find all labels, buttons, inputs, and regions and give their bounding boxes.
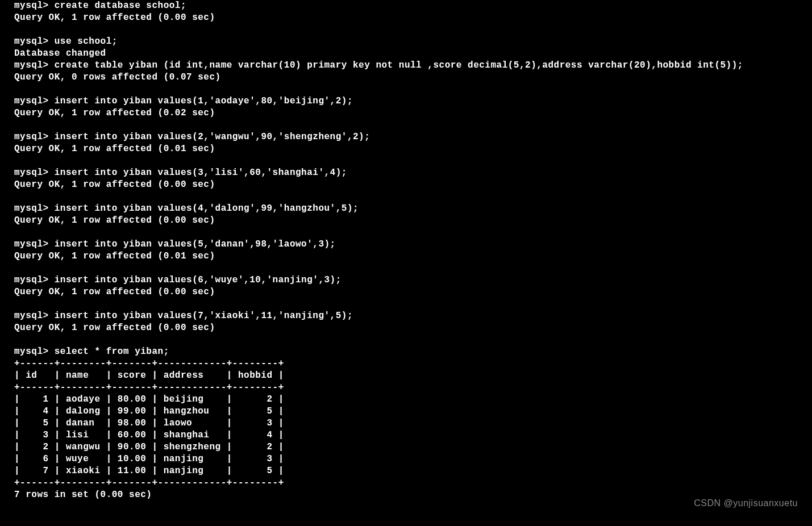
- command-text: insert into yiban values(2,'wangwu',90,'…: [55, 132, 370, 142]
- prompt: mysql>: [14, 132, 49, 142]
- result-line: Query OK, 1 row affected (0.00 sec): [14, 286, 798, 298]
- blank-line: [14, 119, 798, 131]
- prompt: mysql>: [14, 1, 49, 11]
- blank-line: [14, 227, 798, 239]
- result-line: Query OK, 1 row affected (0.00 sec): [14, 215, 798, 227]
- blank-line: [14, 298, 798, 310]
- table-row: | 2 | wangwu | 90.00 | shengzheng | 2 |: [14, 441, 798, 453]
- command-line: mysql> select * from yiban;: [14, 346, 798, 358]
- command-text: insert into yiban values(5,'danan',98,'l…: [55, 239, 336, 249]
- command-text: create database school;: [55, 1, 186, 11]
- table-footer: 7 rows in set (0.00 sec): [14, 489, 798, 501]
- prompt: mysql>: [14, 168, 49, 178]
- table-row: | 7 | xiaoki | 11.00 | nanjing | 5 |: [14, 465, 798, 477]
- command-text: insert into yiban values(4,'dalong',99,'…: [55, 203, 359, 214]
- table-row: | 1 | aodaye | 80.00 | beijing | 2 |: [14, 394, 798, 406]
- blank-line: [14, 84, 798, 95]
- command-line: mysql> insert into yiban values(1,'aoday…: [14, 95, 798, 107]
- table-separator: +------+--------+-------+------------+--…: [14, 382, 798, 394]
- command-text: insert into yiban values(6,'wuye',10,'na…: [55, 275, 342, 285]
- blank-line: [14, 155, 798, 167]
- command-line: mysql> insert into yiban values(4,'dalon…: [14, 203, 798, 215]
- command-text: insert into yiban values(7,'xiaoki',11,'…: [55, 311, 353, 321]
- command-line: mysql> create table yiban (id int,name v…: [14, 60, 798, 72]
- prompt: mysql>: [14, 96, 49, 106]
- blank-line: [14, 334, 798, 346]
- prompt: mysql>: [14, 203, 49, 214]
- command-text: insert into yiban values(3,'lisi',60,'sh…: [55, 168, 347, 178]
- command-text: create table yiban (id int,name varchar(…: [55, 60, 743, 70]
- prompt: mysql>: [14, 36, 49, 47]
- result-line: Query OK, 1 row affected (0.00 sec): [14, 322, 798, 334]
- prompt: mysql>: [14, 311, 49, 321]
- command-line: mysql> insert into yiban values(6,'wuye'…: [14, 274, 798, 286]
- command-line: mysql> create database school;: [14, 0, 798, 12]
- table-row: | 6 | wuye | 10.00 | nanjing | 3 |: [14, 453, 798, 465]
- command-line: mysql> insert into yiban values(5,'danan…: [14, 239, 798, 251]
- table-row: | 4 | dalong | 99.00 | hangzhou | 5 |: [14, 406, 798, 418]
- command-text: insert into yiban values(1,'aodaye',80,'…: [55, 96, 353, 106]
- result-line: Query OK, 1 row affected (0.01 sec): [14, 143, 798, 155]
- result-line: Database changed: [14, 48, 798, 60]
- result-line: Query OK, 0 rows affected (0.07 sec): [14, 72, 798, 84]
- table-separator: +------+--------+-------+------------+--…: [14, 358, 798, 370]
- prompt: mysql>: [14, 275, 49, 285]
- command-text: select * from yiban;: [55, 347, 169, 357]
- blank-line: [14, 191, 798, 203]
- table-row: | 3 | lisi | 60.00 | shanghai | 4 |: [14, 429, 798, 441]
- result-line: Query OK, 1 row affected (0.00 sec): [14, 179, 798, 191]
- command-line: mysql> insert into yiban values(3,'lisi'…: [14, 167, 798, 179]
- watermark: CSDN @yunjisuanxuetu: [694, 497, 798, 509]
- table-header: | id | name | score | address | hobbid |: [14, 370, 798, 382]
- result-line: Query OK, 1 row affected (0.01 sec): [14, 251, 798, 262]
- command-line: mysql> insert into yiban values(7,'xiaok…: [14, 310, 798, 322]
- table-row: | 5 | danan | 98.00 | laowo | 3 |: [14, 418, 798, 429]
- blank-line: [14, 262, 798, 274]
- command-line: mysql> insert into yiban values(2,'wangw…: [14, 131, 798, 143]
- blank-line: [14, 24, 798, 36]
- terminal-output: mysql> create database school; Query OK,…: [14, 0, 798, 501]
- result-line: Query OK, 1 row affected (0.00 sec): [14, 12, 798, 24]
- command-text: use school;: [55, 36, 118, 47]
- command-line: mysql> use school;: [14, 36, 798, 48]
- result-line: Query OK, 1 row affected (0.02 sec): [14, 107, 798, 119]
- prompt: mysql>: [14, 60, 49, 70]
- prompt: mysql>: [14, 239, 49, 249]
- prompt: mysql>: [14, 347, 49, 357]
- table-separator: +------+--------+-------+------------+--…: [14, 477, 798, 489]
